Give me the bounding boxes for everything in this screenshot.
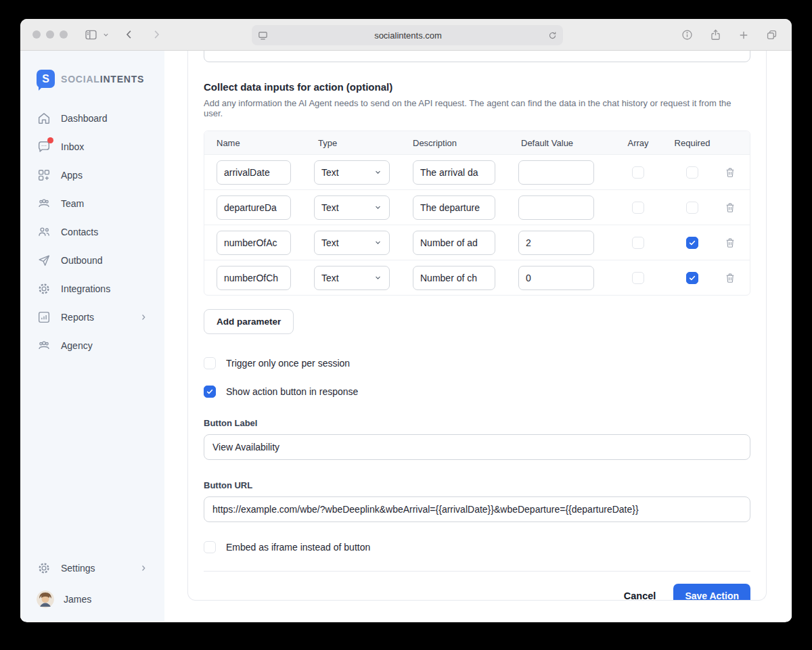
required-checkbox[interactable] — [686, 237, 698, 249]
chevron-down-icon — [374, 238, 382, 247]
required-checkbox[interactable] — [686, 166, 698, 179]
chevron-down-icon — [374, 273, 382, 282]
chat-icon — [37, 139, 51, 154]
table-row: Text — [204, 154, 750, 189]
show-button-row: Show action button in response — [204, 386, 750, 398]
chevron-right-icon — [139, 312, 148, 322]
main-content: Collect data inputs for action (optional… — [164, 51, 792, 622]
required-checkbox[interactable] — [686, 202, 698, 214]
info-icon[interactable] — [681, 28, 694, 41]
team-icon — [37, 196, 51, 211]
trash-icon[interactable] — [724, 272, 736, 284]
table-row: Text — [204, 189, 750, 225]
chart-icon — [37, 310, 51, 325]
trigger-once-checkbox[interactable] — [204, 357, 216, 369]
send-icon — [37, 253, 51, 268]
param-description-input[interactable] — [413, 195, 495, 220]
column-header-type: Type — [306, 138, 405, 148]
column-header-required: Required — [663, 138, 721, 148]
param-name-input[interactable] — [217, 195, 291, 220]
cancel-button[interactable]: Cancel — [624, 590, 656, 601]
param-description-input[interactable] — [413, 231, 495, 255]
gear-icon — [37, 561, 51, 576]
button-label-label: Button Label — [204, 418, 750, 428]
chevron-down-icon — [374, 203, 382, 212]
array-checkbox[interactable] — [632, 202, 644, 214]
chevron-down-icon[interactable] — [102, 31, 110, 39]
sidebar-item-team[interactable]: Team — [20, 189, 164, 218]
param-name-input[interactable] — [217, 266, 291, 290]
back-icon[interactable] — [123, 28, 135, 41]
param-name-input[interactable] — [217, 160, 291, 185]
trigger-once-label: Trigger only once per session — [226, 358, 350, 369]
column-header-array: Array — [613, 138, 663, 148]
share-icon[interactable] — [709, 28, 722, 41]
save-action-button[interactable]: Save Action — [673, 584, 750, 601]
sidebar-item-label: Reports — [61, 312, 94, 323]
zoom-button[interactable] — [60, 30, 68, 39]
address-bar[interactable]: socialintents.com — [252, 25, 563, 45]
reload-icon[interactable] — [547, 30, 558, 41]
show-button-label: Show action button in response — [226, 386, 358, 397]
tabs-icon[interactable] — [765, 28, 778, 41]
trash-icon[interactable] — [724, 202, 736, 214]
reader-icon[interactable] — [257, 30, 269, 41]
sidebar-item-label: Settings — [61, 563, 95, 574]
param-description-input[interactable] — [413, 266, 495, 290]
sidebar-toggle-icon[interactable] — [84, 28, 98, 42]
section-heading: Collect data inputs for action (optional… — [204, 81, 750, 93]
array-checkbox[interactable] — [632, 272, 644, 284]
avatar — [37, 590, 54, 608]
param-description-input[interactable] — [413, 160, 495, 185]
sidebar-item-outbound[interactable]: Outbound — [20, 246, 164, 275]
logo[interactable]: S SOCIALINTENTS — [20, 51, 164, 104]
parameters-table: NameTypeDescriptionDefault ValueArrayReq… — [204, 131, 750, 296]
button-url-label: Button URL — [204, 480, 750, 490]
param-type-select[interactable]: Text — [314, 160, 390, 185]
button-label-input[interactable] — [204, 434, 750, 460]
logo-icon: S — [37, 70, 55, 88]
trash-icon[interactable] — [724, 237, 736, 249]
param-type-select[interactable]: Text — [314, 231, 390, 255]
param-default-input[interactable] — [518, 195, 594, 220]
sidebar-item-agency[interactable]: Agency — [20, 331, 164, 360]
column-header-name: Name — [204, 138, 306, 148]
required-checkbox[interactable] — [686, 272, 698, 284]
minimize-button[interactable] — [46, 30, 54, 39]
chevron-right-icon — [139, 563, 148, 573]
button-url-input[interactable] — [204, 496, 750, 522]
sidebar-item-inbox[interactable]: Inbox — [20, 133, 164, 161]
array-checkbox[interactable] — [632, 166, 644, 179]
sidebar-item-reports[interactable]: Reports — [20, 303, 164, 331]
sidebar-item-settings[interactable]: Settings — [20, 554, 164, 582]
truncated-top-input[interactable] — [204, 51, 750, 62]
param-type-select[interactable]: Text — [314, 266, 390, 290]
iframe-checkbox[interactable] — [204, 541, 216, 553]
iframe-row: Embed as iframe instead of button — [204, 541, 750, 553]
add-parameter-button[interactable]: Add parameter — [204, 309, 294, 334]
table-row: Text — [204, 260, 750, 295]
sidebar-item-integrations[interactable]: Integrations — [20, 275, 164, 303]
iframe-label: Embed as iframe instead of button — [226, 542, 370, 553]
sidebar-nav: DashboardInboxAppsTeamContactsOutboundIn… — [20, 104, 164, 360]
param-type-select[interactable]: Text — [314, 195, 390, 220]
trash-icon[interactable] — [724, 166, 736, 179]
sidebar-item-contacts[interactable]: Contacts — [20, 218, 164, 246]
unread-badge — [47, 137, 53, 143]
param-name-input[interactable] — [217, 231, 291, 255]
traffic-lights — [32, 30, 68, 39]
new-tab-icon[interactable] — [738, 29, 750, 41]
param-default-input[interactable] — [518, 266, 594, 290]
sidebar-item-label: Dashboard — [61, 113, 108, 124]
sidebar-item-user[interactable]: James — [20, 582, 164, 622]
forward-icon[interactable] — [150, 28, 162, 41]
show-button-checkbox[interactable] — [204, 386, 216, 398]
param-default-input[interactable] — [518, 160, 594, 185]
array-checkbox[interactable] — [632, 237, 644, 249]
close-button[interactable] — [32, 30, 41, 39]
section-subheading: Add any information the AI Agent needs t… — [204, 98, 750, 118]
sidebar-item-apps[interactable]: Apps — [20, 161, 164, 189]
sidebar-item-dashboard[interactable]: Dashboard — [20, 104, 164, 133]
sidebar-item-label: Apps — [61, 170, 83, 181]
param-default-input[interactable] — [518, 231, 594, 255]
